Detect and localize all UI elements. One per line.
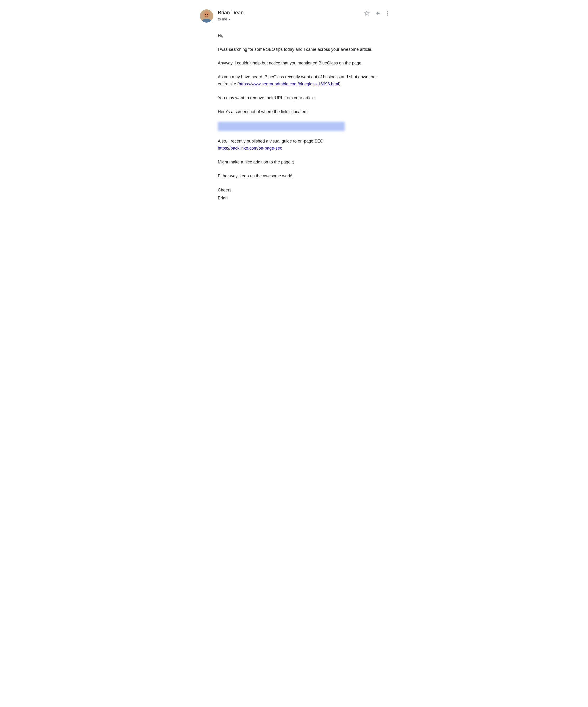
greeting: Hi,: [218, 32, 388, 39]
svg-point-3: [205, 14, 206, 15]
email-container: Brian Dean to me: [193, 0, 395, 216]
seoroundtable-link[interactable]: https://www.seoroundtable.com/blueglass-…: [239, 81, 339, 86]
sender-details: Brian Dean to me: [218, 9, 244, 22]
paragraph-3: As you may have heard, BlueGlass recentl…: [218, 73, 388, 88]
paragraph-6: Also, I recently published a visual guid…: [218, 138, 388, 152]
svg-point-7: [387, 11, 388, 12]
email-body: Hi, I was searching for some SEO tips to…: [200, 32, 388, 202]
svg-point-5: [203, 14, 204, 15]
backlinko-link[interactable]: https://backlinko.com/on-page-seo: [218, 146, 282, 150]
sign-off: Cheers,: [218, 186, 388, 194]
svg-point-8: [387, 13, 388, 14]
svg-point-6: [209, 14, 210, 15]
signature-name: Brian: [218, 194, 388, 202]
paragraph-7: Might make a nice addition to the page :…: [218, 159, 388, 166]
blurred-url: https://www.somewebsite.com/article-id-1…: [218, 122, 345, 131]
email-signature: Cheers, Brian: [218, 186, 388, 202]
paragraph-1: I was searching for some SEO tips today …: [218, 46, 388, 53]
star-icon[interactable]: [364, 10, 370, 16]
sender-to[interactable]: to me: [218, 17, 244, 22]
chevron-down-icon: [228, 19, 231, 20]
email-actions: [364, 9, 388, 16]
svg-point-4: [207, 14, 208, 15]
paragraph-4: You may want to remove their URL from yo…: [218, 94, 388, 102]
more-options-icon[interactable]: [387, 10, 388, 16]
paragraph-5: Here's a screenshot of where the link is…: [218, 108, 388, 115]
sender-info: Brian Dean to me: [200, 9, 244, 23]
paragraph-2: Anyway, I couldn't help but notice that …: [218, 60, 388, 67]
svg-point-9: [387, 14, 388, 16]
email-header: Brian Dean to me: [200, 9, 388, 23]
avatar: [200, 9, 213, 23]
sender-name: Brian Dean: [218, 9, 244, 16]
paragraph-8: Either way, keep up the awesome work!: [218, 172, 388, 180]
reply-icon[interactable]: [375, 10, 381, 16]
